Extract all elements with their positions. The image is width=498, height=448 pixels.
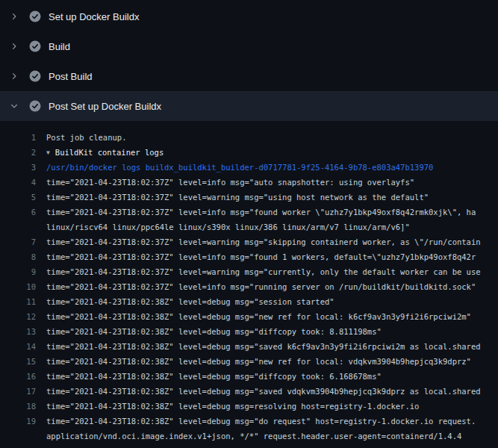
log-line-text: ▼time="2021-04-23T18:02:38Z" level=debug… [36, 384, 498, 399]
log-line-number[interactable] [0, 429, 36, 444]
log-line-text: ▼time="2021-04-23T18:02:38Z" level=debug… [36, 369, 498, 384]
log-line: 1 ▼Post job cleanup. [0, 130, 498, 145]
log-line-text: ▼time="2021-04-23T18:02:38Z" level=debug… [36, 294, 498, 309]
log-line: 12 ▼time="2021-04-23T18:02:38Z" level=de… [0, 309, 498, 324]
log-line-text: ▼time="2021-04-23T18:02:37Z" level=warni… [36, 264, 498, 279]
log-line: 20 ▼time="2021-04-23T18:02:38Z" level=de… [0, 444, 498, 448]
log-line-text: ▼BuildKit container logs [36, 145, 498, 160]
chevron-right-icon [9, 71, 19, 81]
log-line: 10 ▼time="2021-04-23T18:02:37Z" level=in… [0, 279, 498, 294]
log-line-text: ▼time="2021-04-23T18:02:37Z" level=info … [36, 249, 498, 264]
step-label: Post Build [49, 71, 93, 82]
chevron-down-icon [9, 101, 19, 111]
log-line-number[interactable]: 8 [0, 249, 36, 264]
log-line-number[interactable]: 16 [0, 369, 36, 384]
chevron-right-icon [9, 41, 19, 52]
log-line: 13 ▼time="2021-04-23T18:02:38Z" level=de… [0, 324, 498, 339]
step-header-post-build[interactable]: Post Build [0, 61, 498, 91]
log-line-text: ▼time="2021-04-23T18:02:38Z" level=debug… [36, 324, 498, 339]
log-line-number[interactable]: 3 [0, 160, 36, 175]
log-line-text: ▼time="2021-04-23T18:02:37Z" level=warni… [36, 190, 498, 205]
log-line-number[interactable]: 6 [0, 205, 36, 220]
log-line: 8 ▼time="2021-04-23T18:02:37Z" level=inf… [0, 249, 498, 264]
check-circle-icon [29, 70, 41, 82]
step-header-post-set-up-docker-buildx[interactable]: Post Set up Docker Buildx [0, 91, 498, 121]
log-line-text: ▼time="2021-04-23T18:02:38Z" level=debug… [36, 309, 498, 324]
log-line: 17 ▼time="2021-04-23T18:02:38Z" level=de… [0, 384, 498, 399]
log-line: 9 ▼time="2021-04-23T18:02:37Z" level=war… [0, 264, 498, 279]
log-line-text: ▼time="2021-04-23T18:02:37Z" level=info … [36, 205, 498, 220]
chevron-right-icon [9, 11, 19, 22]
log-line: 2 ▼BuildKit container logs [0, 145, 498, 160]
log-line: 15 ▼time="2021-04-23T18:02:38Z" level=de… [0, 354, 498, 369]
log-line-text: ▼time="2021-04-23T18:02:37Z" level=info … [36, 279, 498, 294]
group-toggle-icon[interactable]: ▼ [46, 149, 50, 156]
log-line-number[interactable]: 2 [0, 145, 36, 160]
log-line-number[interactable]: 14 [0, 339, 36, 354]
log-line-text: ▼time="2021-04-23T18:02:38Z" level=debug… [36, 399, 498, 414]
log-line-number[interactable]: 9 [0, 264, 36, 279]
log-line-number[interactable]: 15 [0, 354, 36, 369]
log-output: 1 ▼Post job cleanup. 2 ▼BuildKit contain… [0, 121, 498, 448]
log-line-text: ▼time="2021-04-23T18:02:38Z" level=debug… [36, 414, 498, 429]
log-line-text: ▼linux/riscv64 linux/ppc64le linux/s390x… [36, 220, 498, 234]
log-line-number[interactable]: 11 [0, 294, 36, 309]
log-line-text: ▼time="2021-04-23T18:02:37Z" level=warni… [36, 234, 498, 249]
log-line-number[interactable] [0, 220, 36, 234]
log-line-number[interactable]: 4 [0, 175, 36, 190]
log-line-text: ▼Post job cleanup. [36, 130, 498, 145]
log-line-number[interactable]: 19 [0, 414, 36, 429]
log-line: ▼linux/riscv64 linux/ppc64le linux/s390x… [0, 220, 498, 234]
log-line: 4 ▼time="2021-04-23T18:02:37Z" level=inf… [0, 175, 498, 190]
log-line-text: ▼time="2021-04-23T18:02:38Z" level=debug… [36, 444, 498, 448]
log-line-text: ▼/usr/bin/docker logs buildx_buildkit_bu… [36, 160, 498, 175]
log-line: 5 ▼time="2021-04-23T18:02:37Z" level=war… [0, 190, 498, 205]
step-label: Build [49, 41, 70, 52]
log-line-number[interactable]: 7 [0, 234, 36, 249]
step-label: Set up Docker Buildx [49, 11, 139, 22]
log-line-number[interactable]: 17 [0, 384, 36, 399]
step-label: Post Set up Docker Buildx [49, 101, 161, 112]
log-line: 16 ▼time="2021-04-23T18:02:38Z" level=de… [0, 369, 498, 384]
log-line: ▼application/vnd.oci.image.index.v1+json… [0, 429, 498, 444]
log-line: 14 ▼time="2021-04-23T18:02:38Z" level=de… [0, 339, 498, 354]
steps-list: Set up Docker Buildx Build P [0, 1, 498, 121]
log-line-number[interactable]: 18 [0, 399, 36, 414]
log-line: 19 ▼time="2021-04-23T18:02:38Z" level=de… [0, 414, 498, 429]
log-line-text: ▼time="2021-04-23T18:02:37Z" level=info … [36, 175, 498, 190]
log-line-number[interactable]: 10 [0, 279, 36, 294]
step-header-build[interactable]: Build [0, 31, 498, 61]
log-line-number[interactable]: 20 [0, 444, 36, 448]
actions-log-panel: Set up Docker Buildx Build P [0, 0, 498, 448]
check-circle-icon [29, 40, 41, 52]
log-line-number[interactable]: 5 [0, 190, 36, 205]
log-line-text: ▼time="2021-04-23T18:02:38Z" level=debug… [36, 354, 498, 369]
log-line-text: ▼time="2021-04-23T18:02:38Z" level=debug… [36, 339, 498, 354]
log-line-number[interactable]: 1 [0, 130, 36, 145]
step-header-set-up-docker-buildx[interactable]: Set up Docker Buildx [0, 1, 498, 31]
log-line: 7 ▼time="2021-04-23T18:02:37Z" level=war… [0, 234, 498, 249]
log-line-number[interactable]: 12 [0, 309, 36, 324]
log-line-number[interactable]: 13 [0, 324, 36, 339]
log-line: 11 ▼time="2021-04-23T18:02:38Z" level=de… [0, 294, 498, 309]
log-line: 3 ▼/usr/bin/docker logs buildx_buildkit_… [0, 160, 498, 175]
log-line: 6 ▼time="2021-04-23T18:02:37Z" level=inf… [0, 205, 498, 220]
check-circle-icon [29, 100, 41, 112]
log-line: 18 ▼time="2021-04-23T18:02:38Z" level=de… [0, 399, 498, 414]
log-line-text: ▼application/vnd.oci.image.index.v1+json… [36, 429, 498, 444]
check-circle-icon [29, 10, 41, 22]
